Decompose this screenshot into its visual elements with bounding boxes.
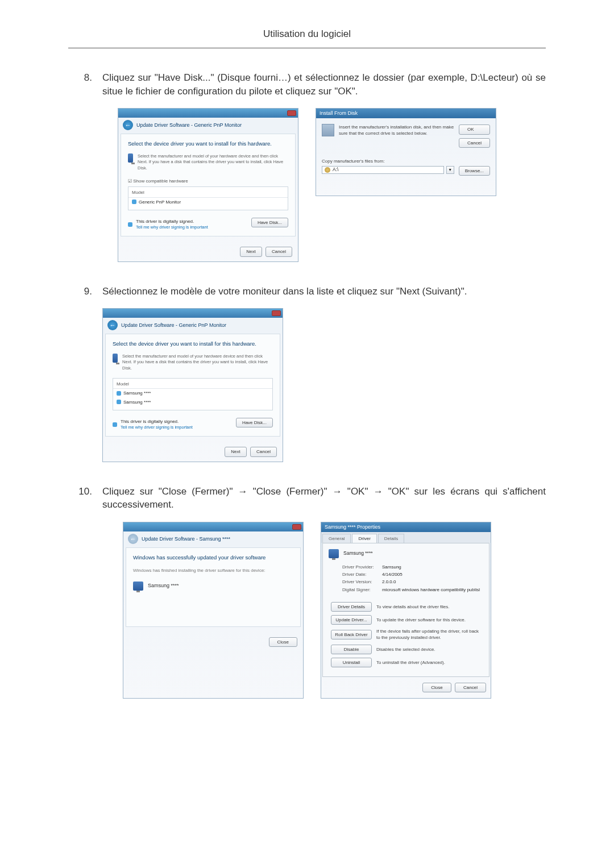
browse-button[interactable]: Browse... <box>459 166 490 176</box>
model-listbox[interactable]: Model Samsung **** Samsung **** <box>113 378 273 410</box>
titlebar: Install From Disk <box>316 109 496 118</box>
model-listbox[interactable]: Model Generic PnP Monitor <box>128 186 288 210</box>
step-9: 9. Sélectionnez le modèle de votre monit… <box>68 285 546 298</box>
list-item[interactable]: Samsung **** <box>113 398 272 406</box>
cancel-button[interactable]: Cancel <box>455 683 486 692</box>
update-driver-button[interactable]: Update Driver... <box>331 615 372 625</box>
shield-icon <box>132 200 136 204</box>
breadcrumb: ← Update Driver Software - Generic PnP M… <box>103 318 283 334</box>
device-name: Samsung **** <box>343 550 373 557</box>
close-icon[interactable] <box>292 524 301 530</box>
copy-from-label: Copy manufacturer's files from: <box>322 158 490 164</box>
dialog-title: Install From Disk <box>320 110 358 117</box>
uninstall-button[interactable]: Uninstall <box>331 658 372 667</box>
step-10-text: Cliquez sur "Close (Fermer)" → "Close (F… <box>102 485 546 512</box>
cancel-button[interactable]: Cancel <box>459 138 490 148</box>
close-button[interactable]: Close <box>422 683 451 692</box>
column-header-model: Model <box>128 188 288 197</box>
dialog-install-from-disk: Install From Disk Insert the manufacture… <box>316 108 496 196</box>
update-driver-desc: To update the driver software for this d… <box>376 617 483 623</box>
column-header-model: Model <box>113 380 272 389</box>
back-icon[interactable]: ← <box>123 120 133 130</box>
dialog-instruction: Select the manufacturer and model of you… <box>122 354 273 372</box>
shield-icon <box>113 422 117 427</box>
signing-info-link[interactable]: Tell me why driver signing is important <box>136 225 208 231</box>
tab-driver[interactable]: Driver <box>352 534 376 543</box>
shield-icon <box>117 400 121 404</box>
tab-details[interactable]: Details <box>378 534 404 543</box>
disable-desc: Disables the selected device. <box>376 646 483 653</box>
titlebar <box>123 522 303 531</box>
device-name: Samsung **** <box>148 582 179 589</box>
list-item[interactable]: Samsung **** <box>113 389 272 397</box>
close-icon[interactable] <box>287 110 296 116</box>
signed-text: This driver is digitally signed. <box>121 418 193 425</box>
page-header: Utilisation du logiciel <box>68 0 546 48</box>
shield-icon <box>117 391 121 396</box>
step-9-text: Sélectionnez le modèle de votre moniteur… <box>102 285 467 298</box>
monitor-icon <box>133 582 143 591</box>
value-provider: Samsung <box>382 564 401 570</box>
list-item[interactable]: Generic PnP Monitor <box>128 198 288 206</box>
step-10-number: 10. <box>68 485 92 512</box>
disable-button[interactable]: Disable <box>331 645 372 654</box>
label-date: Driver Date: <box>342 571 382 578</box>
back-icon: ← <box>128 534 138 544</box>
titlebar: Samsung **** Properties <box>321 522 491 532</box>
monitor-icon <box>128 153 133 163</box>
next-button[interactable]: Next <box>240 247 262 256</box>
dialog-title: Samsung **** Properties <box>325 524 380 531</box>
back-icon[interactable]: ← <box>107 320 118 330</box>
driver-details-button[interactable]: Driver Details <box>331 602 372 612</box>
monitor-icon <box>113 354 118 363</box>
have-disk-button[interactable]: Have Disk... <box>236 418 273 427</box>
step-9-number: 9. <box>68 285 92 298</box>
tab-general[interactable]: General <box>322 534 351 543</box>
uninstall-desc: To uninstall the driver (Advanced). <box>376 659 483 666</box>
show-compatible-checkbox[interactable]: ☑ Show compatible hardware <box>128 178 288 184</box>
monitor-icon <box>329 549 339 558</box>
breadcrumb: ← Update Driver Software - Samsung **** <box>123 531 303 547</box>
step-10: 10. Cliquez sur "Close (Fermer)" → "Clos… <box>68 485 546 512</box>
value-date: 4/14/2005 <box>382 571 403 578</box>
dialog-update-driver-2: ← Update Driver Software - Generic PnP M… <box>102 308 283 462</box>
cancel-button[interactable]: Cancel <box>250 447 277 456</box>
floppy-icon <box>322 124 334 136</box>
titlebar <box>103 309 283 318</box>
close-button[interactable]: Close <box>269 637 297 647</box>
have-disk-button[interactable]: Have Disk... <box>251 218 288 227</box>
dialog-headline: Select the device driver you want to ins… <box>113 340 273 347</box>
tabs: General Driver Details <box>321 532 491 543</box>
rollback-driver-desc: If the device fails after updating the d… <box>376 628 483 641</box>
step-8-text: Cliquez sur "Have Disk..." (Disque fourn… <box>102 71 546 98</box>
dialog-properties: Samsung **** Properties General Driver D… <box>321 522 491 699</box>
breadcrumb: ← Update Driver Software - Generic PnP M… <box>118 118 298 134</box>
value-version: 2.0.0.0 <box>382 579 396 585</box>
dialog-subtext: Windows has finished installing the driv… <box>133 567 293 574</box>
close-icon[interactable] <box>483 111 492 117</box>
dialog-update-success: ← Update Driver Software - Samsung **** … <box>123 522 304 699</box>
dialog-instruction: Select the manufacturer and model of you… <box>138 153 288 172</box>
dialog-headline: Windows has successfully updated your dr… <box>133 554 293 561</box>
label-provider: Driver Provider: <box>342 564 382 570</box>
dialog-headline: Select the device driver you want to ins… <box>128 140 288 147</box>
next-button[interactable]: Next <box>225 447 246 456</box>
titlebar <box>118 109 298 118</box>
label-signer: Digital Signer: <box>342 587 382 593</box>
chevron-down-icon[interactable]: ▼ <box>446 166 454 174</box>
ok-button[interactable]: OK <box>459 124 490 134</box>
cancel-button[interactable]: Cancel <box>265 247 292 256</box>
step-8-number: 8. <box>68 71 92 98</box>
path-combobox[interactable]: A:\ <box>322 166 444 174</box>
signing-info-link[interactable]: Tell me why driver signing is important <box>121 425 193 431</box>
cd-icon <box>325 167 330 173</box>
breadcrumb-text: Update Driver Software - Generic PnP Mon… <box>121 322 226 329</box>
driver-details-desc: To view details about the driver files. <box>376 604 483 610</box>
dialog-update-driver-1: ← Update Driver Software - Generic PnP M… <box>118 108 298 261</box>
step-8: 8. Cliquez sur "Have Disk..." (Disque fo… <box>68 71 546 98</box>
page-title: Utilisation du logiciel <box>263 28 351 39</box>
signed-text: This driver is digitally signed. <box>136 218 208 225</box>
shield-icon <box>128 222 132 227</box>
close-icon[interactable] <box>272 310 281 316</box>
rollback-driver-button[interactable]: Roll Back Driver <box>331 630 372 639</box>
